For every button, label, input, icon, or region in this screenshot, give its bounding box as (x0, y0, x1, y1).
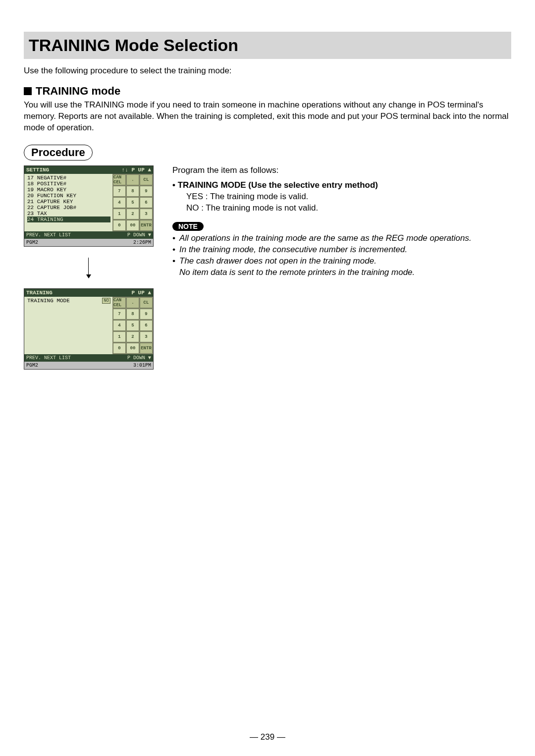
list-item[interactable]: 21 CAPTURE KEY (27, 199, 110, 205)
screen1-list: 17 NEGATIVE#18 POSITIVE#19 MACRO KEY20 F… (24, 174, 112, 231)
list-item[interactable]: 17 NEGATIVE# (27, 175, 110, 181)
yes-line: YES : The training mode is valid. (186, 191, 511, 203)
key-0[interactable]: 0 (113, 343, 126, 354)
key-8[interactable]: 8 (126, 186, 139, 197)
note-item: In the training mode, the consecutive nu… (179, 244, 407, 256)
program-lead: Program the item as follows: (172, 165, 511, 175)
key-6[interactable]: 6 (140, 320, 153, 331)
square-bullet-icon (24, 87, 32, 95)
key-entr[interactable]: ENTR (140, 220, 153, 231)
screen2-value-no[interactable]: NO (102, 298, 110, 304)
screen1-header-right: ↑↓ P UP ▲ (122, 167, 151, 173)
screen1-status-left: PGM2 (26, 240, 38, 245)
key-dot[interactable]: . (126, 297, 139, 308)
arrow-down-icon (88, 258, 89, 277)
screen1-prev[interactable]: PREV. (26, 232, 41, 238)
key-3[interactable]: 3 (140, 209, 153, 219)
key-7[interactable]: 7 (113, 186, 126, 197)
key-1[interactable]: 1 (113, 209, 126, 219)
page-title: TRAINING Mode Selection (29, 36, 506, 55)
screen1-next[interactable]: NEXT (44, 232, 56, 238)
key-8[interactable]: 8 (126, 309, 139, 320)
screen1-pdown[interactable]: P DOWN ▼ (127, 232, 151, 238)
pos-screen-setting: SETTING ↑↓ P UP ▲ 17 NEGATIVE#18 POSITIV… (24, 165, 154, 247)
list-item[interactable]: 22 CAPTURE JOB# (27, 205, 110, 211)
key-5[interactable]: 5 (126, 320, 139, 331)
key-cancel[interactable]: CAN CEL (113, 297, 126, 308)
key-9[interactable]: 9 (140, 186, 153, 197)
key-1[interactable]: 1 (113, 331, 126, 342)
procedure-label: Procedure (24, 145, 93, 161)
list-item[interactable]: 20 FUNCTION KEY (27, 193, 110, 199)
screen2-title: TRAINING (26, 290, 53, 296)
screen2-status-left: PGM2 (26, 363, 38, 368)
key-3[interactable]: 3 (140, 331, 153, 342)
key-2[interactable]: 2 (126, 209, 139, 219)
key-entr[interactable]: ENTR (140, 343, 153, 354)
screen2-status-right: 3:01PM (133, 363, 151, 368)
key-00[interactable]: 00 (126, 220, 139, 231)
list-item[interactable]: 24 TRAINING (27, 216, 110, 222)
screen2-next[interactable]: NEXT (44, 355, 56, 361)
page-number: — 239 — (0, 732, 535, 742)
list-item[interactable]: 18 POSITIVE# (27, 181, 110, 187)
note-item: No item data is sent to the remote print… (179, 267, 415, 278)
list-item[interactable]: 23 TAX (27, 211, 110, 216)
screen2-list-btn[interactable]: LIST (59, 355, 71, 361)
key-7[interactable]: 7 (113, 309, 126, 320)
key-4[interactable]: 4 (113, 320, 126, 331)
section-paragraph: You will use the TRAINING mode if you ne… (24, 100, 511, 134)
screen2-prev[interactable]: PREV. (26, 355, 41, 361)
screen2-pdown[interactable]: P DOWN ▼ (127, 355, 151, 361)
note-item: The cash drawer does not open in the tra… (179, 256, 376, 267)
screen2-keypad: CAN CEL . CL 7 8 9 4 5 6 1 2 3 0 00 (112, 297, 153, 354)
section-heading: TRAINING mode (36, 85, 120, 98)
key-0[interactable]: 0 (113, 220, 126, 231)
key-4[interactable]: 4 (113, 197, 126, 208)
screen1-list-btn[interactable]: LIST (59, 232, 71, 238)
pos-screen-training: TRAINING P UP ▲ TRAINING MODE NO CAN CEL… (24, 288, 154, 370)
title-bar: TRAINING Mode Selection (24, 32, 511, 59)
screen2-line: TRAINING MODE (27, 298, 70, 304)
screen1-status-right: 2:26PM (133, 240, 151, 245)
screen2-header-right: P UP ▲ (131, 290, 151, 296)
no-line: NO : The training mode is not valid. (186, 203, 511, 214)
intro-text: Use the following procedure to select th… (24, 66, 511, 76)
key-cl[interactable]: CL (140, 297, 153, 308)
key-2[interactable]: 2 (126, 331, 139, 342)
screen1-keypad: CAN CEL . CL 7 8 9 4 5 6 1 2 3 0 00 (112, 174, 153, 231)
list-item[interactable]: 19 MACRO KEY (27, 187, 110, 193)
key-dot[interactable]: . (126, 174, 139, 185)
screen2-list: TRAINING MODE NO (24, 297, 112, 354)
key-cl[interactable]: CL (140, 174, 153, 185)
training-mode-bullet: • TRAINING MODE (Use the selective entry… (172, 180, 511, 190)
key-5[interactable]: 5 (126, 197, 139, 208)
key-00[interactable]: 00 (126, 343, 139, 354)
key-6[interactable]: 6 (140, 197, 153, 208)
note-label: NOTE (172, 222, 204, 231)
screen1-title: SETTING (26, 167, 49, 173)
note-item: All operations in the training mode are … (179, 233, 472, 244)
key-cancel[interactable]: CAN CEL (113, 174, 126, 185)
notes-list: •All operations in the training mode are… (172, 233, 511, 278)
key-9[interactable]: 9 (140, 309, 153, 320)
